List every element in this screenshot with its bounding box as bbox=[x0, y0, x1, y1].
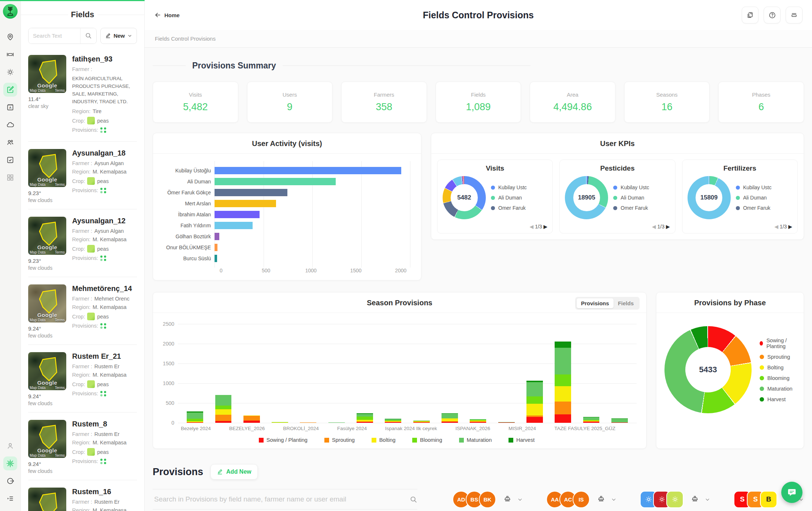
season-chart: 05001000150020002500 Bezelye 2024BEZELYE… bbox=[153, 313, 646, 443]
activity-bar-label: İbrahim Atalan bbox=[160, 212, 215, 217]
filter-chevron-button[interactable] bbox=[705, 497, 710, 502]
field-temperature: 11.4° bbox=[28, 96, 67, 102]
filter-chevron-button[interactable] bbox=[611, 497, 617, 502]
map-terms-link[interactable]: Terms bbox=[55, 183, 65, 187]
legend-item: Sprouting bbox=[324, 437, 355, 443]
map-terms-link[interactable]: Terms bbox=[55, 89, 65, 93]
activity-bar-row: Burcu Süslü bbox=[160, 254, 410, 262]
app-root: A Fields bbox=[0, 0, 812, 511]
field-card[interactable]: GoogleMap DataTerms11.4°clear skyfatihşe… bbox=[28, 48, 137, 142]
fertilizers-donut: 15809 bbox=[688, 176, 731, 219]
toggle-provisions[interactable]: Provisions bbox=[577, 298, 614, 308]
season-bar-segment bbox=[215, 421, 232, 423]
map-terms-link[interactable]: Terms bbox=[55, 250, 65, 254]
clear-filter-button[interactable] bbox=[503, 495, 511, 503]
rail-button-weather[interactable] bbox=[3, 65, 17, 79]
rail-button-panorama[interactable] bbox=[3, 48, 17, 61]
pager-next-icon[interactable]: ▶ bbox=[788, 224, 792, 230]
fields-search-input[interactable] bbox=[29, 28, 80, 44]
field-card-list[interactable]: GoogleMap DataTerms11.4°clear skyfatihşe… bbox=[28, 48, 137, 511]
breadcrumb[interactable]: Fields Control Provisions bbox=[145, 30, 812, 48]
field-card[interactable]: GoogleMap DataTerms9.24°few cloudsRustem… bbox=[28, 480, 137, 511]
provisions-search-input[interactable] bbox=[153, 495, 410, 503]
field-card[interactable]: GoogleMap DataTerms9.24°few cloudsRustem… bbox=[28, 345, 137, 413]
field-card[interactable]: GoogleMap DataTerms9.24°few cloudsRustem… bbox=[28, 413, 137, 480]
rail-button-location[interactable] bbox=[3, 30, 17, 44]
rail-button-provisions[interactable] bbox=[3, 83, 17, 97]
clear-filter-button[interactable] bbox=[691, 495, 699, 503]
map-attribution: Map DataTerms bbox=[30, 454, 65, 458]
map-terms-link[interactable]: Terms bbox=[55, 454, 65, 458]
pager-next-icon[interactable]: ▶ bbox=[666, 224, 670, 230]
new-field-button[interactable]: New bbox=[100, 28, 137, 44]
chat-launcher-button[interactable] bbox=[781, 482, 802, 503]
activity-bar-track bbox=[215, 211, 410, 218]
rail-button-profile[interactable] bbox=[3, 439, 17, 453]
layout-toggle-button[interactable] bbox=[786, 7, 802, 23]
filter-avatar[interactable]: BK bbox=[479, 491, 496, 508]
filter-chevron-button[interactable] bbox=[517, 497, 523, 502]
rail-button-settings[interactable] bbox=[3, 456, 17, 470]
field-weather: few clouds bbox=[28, 265, 67, 271]
rail-button-tasks[interactable] bbox=[3, 153, 17, 167]
toggle-fields[interactable]: Fields bbox=[614, 298, 638, 308]
add-new-button[interactable]: Add New bbox=[211, 464, 257, 480]
rail-button-apps[interactable] bbox=[3, 171, 17, 184]
field-card[interactable]: GoogleMap DataTerms9.24°few cloudsMehmet… bbox=[28, 277, 137, 345]
kpi-pagination: ◀ 1/3 ▶ bbox=[443, 224, 547, 230]
activity-bar bbox=[215, 200, 276, 207]
rail-button-calendar[interactable]: A bbox=[3, 100, 17, 114]
activity-bar-row: Ali Duman bbox=[160, 178, 410, 185]
season-bar-column bbox=[351, 324, 379, 423]
field-provisions-row: Provisions: bbox=[72, 255, 137, 261]
chevron-down-icon bbox=[611, 497, 617, 502]
rail-button-cloud[interactable] bbox=[3, 118, 17, 132]
season-x-label bbox=[490, 426, 509, 431]
crop-value: peas bbox=[97, 449, 108, 455]
back-home-button[interactable]: Home bbox=[154, 11, 180, 19]
farmer-value: Rustem Er bbox=[94, 431, 120, 437]
region-value: M. Kemalpasa bbox=[93, 440, 127, 445]
rail-button-logout[interactable] bbox=[3, 474, 17, 488]
map-data-label: Map Data bbox=[30, 318, 45, 322]
copy-button[interactable] bbox=[742, 7, 759, 23]
map-terms-link[interactable]: Terms bbox=[55, 386, 65, 390]
filter-avatar[interactable]: B bbox=[760, 491, 777, 508]
pager-next-icon[interactable]: ▶ bbox=[544, 224, 548, 230]
activity-bar-track bbox=[215, 189, 410, 196]
rail-button-team[interactable] bbox=[3, 135, 17, 149]
rail-button-collapse[interactable] bbox=[3, 492, 17, 506]
stat-card: Visits5,482 bbox=[153, 82, 238, 123]
season-provisions-panel: Season Provisions Provisions Fields 0500… bbox=[153, 292, 647, 449]
crop-value: peas bbox=[97, 381, 108, 387]
field-provisions-row: Provisions: bbox=[72, 323, 137, 329]
legend-item: Kubilay Ustc bbox=[491, 184, 547, 190]
field-card[interactable]: GoogleMap DataTerms9.23°few cloudsAysuna… bbox=[28, 209, 137, 277]
x-tick-label: 500 bbox=[262, 268, 270, 273]
legend-label: Bolting bbox=[379, 437, 395, 443]
kpi-card: Visits5482Kubilay UstcAli DumanOmer Faru… bbox=[437, 160, 553, 234]
stat-card: Fields1,089 bbox=[436, 82, 521, 123]
map-data-label: Map Data bbox=[30, 250, 45, 254]
field-card[interactable]: GoogleMap DataTerms9.23°few cloudsAysuna… bbox=[28, 142, 137, 209]
farmer-value: Mehmet Orenc bbox=[94, 296, 130, 302]
filter-avatar-sun[interactable] bbox=[666, 491, 684, 508]
season-stacked-bar bbox=[442, 413, 458, 423]
legend-label: Maturation bbox=[467, 437, 492, 443]
list-collapse-icon bbox=[6, 495, 14, 503]
season-bar-column bbox=[407, 324, 436, 423]
clear-filter-button[interactable] bbox=[597, 495, 605, 503]
season-stacked-bar bbox=[583, 417, 600, 423]
pager-prev-icon[interactable]: ◀ bbox=[530, 224, 534, 230]
activity-bar bbox=[215, 244, 217, 251]
map-terms-link[interactable]: Terms bbox=[55, 318, 65, 322]
legend-label: Sprouting bbox=[332, 437, 355, 443]
filter-avatar[interactable]: IS bbox=[573, 491, 590, 508]
field-polygon bbox=[28, 488, 66, 511]
farmer-value: Rustem Er bbox=[94, 363, 120, 369]
help-button[interactable] bbox=[764, 7, 781, 23]
nav-rail: A bbox=[0, 1, 21, 511]
pager-prev-icon[interactable]: ◀ bbox=[652, 224, 656, 230]
pager-prev-icon[interactable]: ◀ bbox=[774, 224, 778, 230]
fields-search-button[interactable] bbox=[80, 28, 96, 44]
